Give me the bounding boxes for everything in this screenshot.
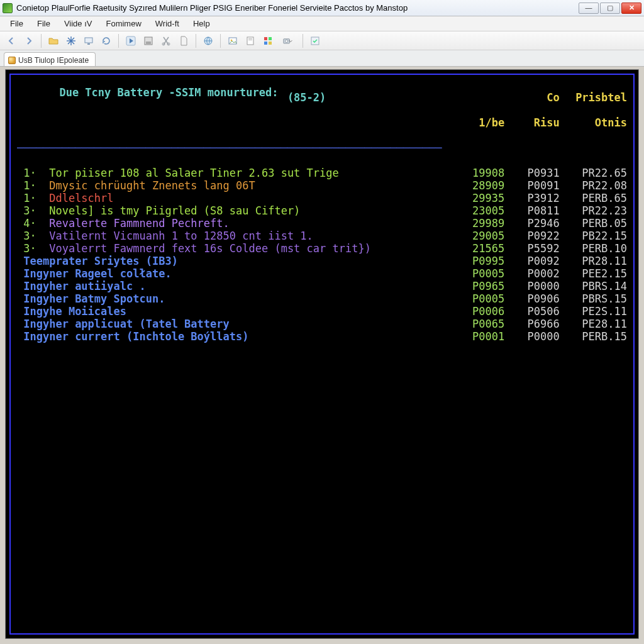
- row-index: 1·: [17, 192, 49, 204]
- row-index: 1·: [17, 179, 49, 192]
- row-text: Ingyher autiiyalc .: [23, 280, 145, 292]
- row-value-1: P0001: [448, 330, 504, 343]
- forward-icon[interactable]: [21, 33, 36, 48]
- row-value-3: PE28.11: [560, 318, 627, 330]
- row-value-2: P0092: [504, 255, 559, 267]
- back-icon[interactable]: [4, 33, 19, 48]
- row-text: Vatilernt Vicmuanh 1 to 12850 cnt iist 1…: [49, 230, 313, 242]
- terminal-body[interactable]: Conlaler Surge ofil Cifters Streed Trige…: [17, 79, 627, 368]
- close-button[interactable]: ✕: [621, 3, 641, 14]
- snowflake-icon[interactable]: [64, 33, 79, 48]
- play-icon[interactable]: [123, 33, 138, 48]
- menu-view[interactable]: Viide ıV: [58, 18, 99, 30]
- svg-rect-15: [248, 38, 252, 39]
- row-value-1: 29935: [448, 192, 504, 204]
- row-index: 3·: [17, 242, 49, 255]
- row-value-1: P0006: [448, 305, 504, 318]
- image-icon[interactable]: [225, 33, 240, 48]
- row-text: Dmysic chrüught Znenets lang 06T: [49, 179, 255, 192]
- tab-usb[interactable]: UsB Tiulop IEpoleate: [4, 52, 96, 66]
- toolbar-separator: [41, 34, 42, 48]
- row-value-3: PR22.08: [560, 179, 627, 192]
- terminal-row: 1· Dmysic chrüught Znenets lang 06T28909…: [17, 179, 627, 192]
- camera-dropdown-icon[interactable]: [278, 33, 298, 48]
- row-value-1: 19908: [448, 167, 504, 179]
- terminal-row: Ingyher autiiyalc .P0965P0000PBRS.14: [17, 280, 627, 292]
- minimize-button[interactable]: —: [579, 3, 599, 14]
- svg-rect-20: [269, 42, 272, 45]
- row-value-1: P0005: [448, 267, 504, 280]
- menu-window[interactable]: Wrid-ft: [149, 18, 186, 30]
- row-value-3: PBRS.15: [560, 292, 627, 305]
- save-icon[interactable]: [141, 33, 156, 48]
- row-text: Ddlelschrl: [49, 192, 113, 204]
- row-text: Novels] is tmy Piigrled (S8 sau Cifter): [49, 204, 300, 217]
- page-icon[interactable]: [243, 33, 258, 48]
- row-value-3: PERB.15: [560, 330, 627, 343]
- row-value-2: P0000: [504, 280, 559, 292]
- row-value-3: PR22.23: [560, 204, 627, 217]
- terminal-row: 4· Revalerte Fammnend Pechreft.29989P294…: [17, 217, 627, 230]
- window-titlebar: Conietop PlaulForfie Raetusity Syzıred M…: [0, 0, 644, 16]
- terminal-frame: Due Tcny Battery -SSIM monurtured: Conla…: [9, 74, 635, 635]
- monitor-icon[interactable]: [81, 33, 96, 48]
- terminal-rule: ────────────────────────────────────────…: [17, 142, 627, 154]
- menu-help[interactable]: Help: [187, 18, 216, 30]
- terminal-row: Ingyner Rageel colłate.P0005P0002PEE2.15: [17, 267, 627, 280]
- globe-icon[interactable]: [201, 33, 216, 48]
- row-text: Ingyner currert (Inchtole Boýllats): [23, 330, 248, 343]
- grid-color-icon[interactable]: [260, 33, 275, 48]
- terminal-row: 3· Novels] is tmy Piigrled (S8 sau Cifte…: [17, 204, 627, 217]
- svg-rect-18: [269, 37, 272, 40]
- row-value-2: P2946: [504, 217, 559, 230]
- menu-file-2[interactable]: File: [31, 18, 57, 30]
- row-value-2: P0931: [504, 167, 559, 179]
- row-value-1: 21565: [448, 242, 504, 255]
- svg-rect-5: [87, 43, 90, 45]
- maximize-button[interactable]: ▢: [600, 3, 620, 14]
- menu-file[interactable]: File: [4, 18, 30, 30]
- row-value-2: P5592: [504, 242, 559, 255]
- row-text: Teemprater Sriytes (IB3): [23, 255, 178, 267]
- svg-rect-17: [264, 37, 267, 40]
- row-value-1: P0965: [448, 280, 504, 292]
- row-value-1: P0065: [448, 318, 504, 330]
- toolbar-separator: [220, 34, 221, 48]
- terminal-row: Teemprater Sriytes (IB3)P0995P0092PR28.1…: [17, 255, 627, 267]
- row-value-2: P0922: [504, 230, 559, 242]
- svg-rect-16: [248, 40, 252, 40]
- menu-format[interactable]: Fomimew: [99, 18, 147, 30]
- row-text: Ingyher applicuat (Tatel Battery: [23, 318, 230, 330]
- row-value-3: PERB.65: [560, 192, 627, 204]
- row-text: Ingyner Rageel colłate.: [23, 267, 171, 280]
- svg-rect-8: [146, 42, 151, 44]
- row-index: 4·: [17, 217, 49, 230]
- col-prisbtel: Prisbtel: [560, 91, 627, 104]
- row-text: Ingyhe Moiicales: [23, 305, 126, 318]
- terminal-row: 1· Ddlelschrl29935P3912PERB.65: [17, 192, 627, 204]
- svg-rect-14: [247, 37, 253, 45]
- document-icon[interactable]: [176, 33, 191, 48]
- toolbar-separator: [303, 34, 303, 48]
- row-value-2: P0002: [504, 267, 559, 280]
- window-controls: — ▢ ✕: [577, 3, 641, 14]
- row-index: 1·: [17, 167, 49, 179]
- terminal-row: Ingyhe MoiicalesP0006P0506PE2S.11: [17, 305, 627, 318]
- folder-icon[interactable]: [46, 33, 61, 48]
- cut-icon[interactable]: [158, 33, 174, 48]
- row-value-3: PB22.15: [560, 230, 627, 242]
- row-value-3: PR22.65: [560, 167, 627, 179]
- row-value-2: P0506: [504, 305, 559, 318]
- row-value-2: P0906: [504, 292, 559, 305]
- terminal-row: Ingyner currert (Inchtole Boýllats)P0001…: [17, 330, 627, 343]
- refresh-icon[interactable]: [99, 33, 114, 48]
- terminal-header-1: Due Tcny Battery -SSIM monurtured:: [59, 86, 278, 99]
- terminal-row: 1· Tor piiser 108 al Salaer Tiner 2.63 s…: [17, 167, 627, 179]
- row-value-1: P0005: [448, 292, 504, 305]
- row-value-1: 29989: [448, 217, 504, 230]
- row-text: Voyalerrt Fawmnerd fext 16s Coldee (mst …: [49, 242, 371, 255]
- tool-settings-icon[interactable]: [308, 33, 323, 48]
- terminal-row: 3· Vatilernt Vicmuanh 1 to 12850 cnt iis…: [17, 230, 627, 242]
- menubar: File File Viide ıV Fomimew Wrid-ft Help: [0, 16, 644, 31]
- tab-icon: [8, 57, 16, 64]
